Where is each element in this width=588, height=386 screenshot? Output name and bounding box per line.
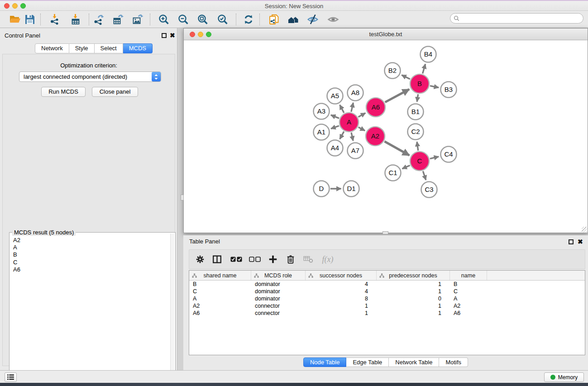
cell-MCDS-role[interactable]: connector — [251, 302, 306, 310]
column-header-successor-nodes[interactable]: successor nodes — [306, 271, 377, 280]
cell-shared-name[interactable]: A2 — [189, 302, 251, 310]
column-view-button[interactable] — [210, 253, 223, 266]
edge-A-A2[interactable] — [359, 127, 365, 131]
search-input[interactable] — [459, 15, 573, 22]
refresh-view-button[interactable] — [240, 12, 257, 27]
export-table-button[interactable] — [110, 12, 126, 27]
edge-A2-C[interactable] — [385, 142, 410, 156]
table-row[interactable]: Adominator80A — [189, 295, 585, 302]
cell-MCDS-role[interactable]: dominator — [251, 295, 306, 302]
node-B[interactable]: B — [410, 74, 429, 93]
tab-style[interactable]: Style — [69, 43, 95, 53]
edge-A-A6[interactable] — [359, 113, 366, 117]
tab-network-table[interactable]: Network Table — [389, 357, 439, 367]
cell-successor-nodes[interactable]: 4 — [306, 288, 377, 295]
cell-predecessor-nodes[interactable]: 0 — [377, 295, 450, 302]
node-A[interactable]: A — [339, 113, 359, 132]
task-history-button[interactable] — [5, 372, 17, 382]
edge-B-B4[interactable] — [423, 64, 425, 74]
tab-network[interactable]: Network — [35, 43, 69, 53]
edge-B-B2[interactable] — [402, 75, 410, 79]
cell-name[interactable]: A — [450, 295, 487, 302]
edge-A-A5[interactable] — [340, 105, 344, 113]
zoom-fit-button[interactable] — [195, 12, 211, 27]
node-D1[interactable]: D1 — [344, 181, 359, 197]
node-A3[interactable]: A3 — [314, 104, 330, 119]
cell-name[interactable]: A6 — [450, 310, 487, 317]
mcds-result-item[interactable]: B — [13, 251, 20, 258]
column-header-shared-name[interactable]: shared name — [189, 271, 251, 280]
edge-A-A7[interactable] — [351, 133, 353, 141]
memory-button[interactable]: Memory — [544, 372, 584, 382]
optimization-dropdown[interactable]: largest connected component (directed) — [19, 71, 161, 82]
cell-MCDS-role[interactable]: dominator — [251, 288, 306, 295]
export-network-button[interactable] — [91, 12, 107, 27]
zoom-selected-button[interactable] — [215, 12, 231, 27]
deselect-all-button[interactable] — [248, 253, 262, 266]
cell-shared-name[interactable]: B — [189, 281, 251, 288]
edge-A6-B[interactable] — [385, 89, 409, 102]
node-C3[interactable]: C3 — [421, 182, 437, 198]
node-A2[interactable]: A2 — [366, 127, 385, 146]
tab-motifs[interactable]: Motifs — [439, 357, 468, 367]
cell-successor-nodes[interactable]: 8 — [306, 295, 377, 302]
import-table-button[interactable] — [67, 12, 84, 27]
node-D[interactable]: D — [314, 181, 330, 197]
cell-shared-name[interactable]: A — [189, 295, 251, 302]
add-column-button[interactable] — [267, 253, 279, 266]
cell-shared-name[interactable]: C — [189, 288, 251, 295]
network-window-titlebar[interactable]: testGlobe.txt — [184, 29, 588, 40]
mcds-result-item[interactable]: C — [13, 259, 20, 266]
node-C[interactable]: C — [410, 152, 429, 171]
cell-successor-nodes[interactable]: 1 — [306, 310, 377, 317]
delete-table-button-disabled[interactable] — [302, 253, 315, 266]
edge-A-A3[interactable] — [331, 115, 339, 118]
tab-mcds[interactable]: MCDS — [123, 43, 153, 53]
cell-predecessor-nodes[interactable]: 1 — [377, 288, 450, 295]
cell-MCDS-role[interactable]: connector — [251, 310, 306, 317]
node-C1[interactable]: C1 — [385, 165, 401, 181]
open-file-button[interactable] — [7, 12, 23, 27]
edge-A-A8[interactable] — [351, 103, 353, 112]
cell-predecessor-nodes[interactable]: 1 — [377, 302, 450, 310]
zoom-in-button[interactable] — [156, 12, 172, 27]
node-A1[interactable]: A1 — [314, 124, 330, 140]
mcds-result-item[interactable]: A — [13, 244, 20, 251]
network-graph[interactable]: AA1A2A3A4A5A6A7A8BB1B2B3B4CC1C2C3C4DD1 — [184, 40, 588, 233]
table-settings-button[interactable] — [194, 253, 206, 266]
node-B2[interactable]: B2 — [385, 63, 401, 79]
cell-name[interactable]: A2 — [450, 302, 487, 310]
select-all-button[interactable] — [229, 253, 244, 266]
cell-successor-nodes[interactable]: 4 — [306, 281, 377, 288]
run-mcds-button[interactable]: Run MCDS — [41, 87, 86, 97]
cell-shared-name[interactable]: A6 — [189, 310, 251, 317]
hide-selected-button[interactable] — [305, 12, 321, 27]
close-panel-button[interactable]: Close panel — [92, 87, 138, 97]
tab-node-table[interactable]: Node Table — [303, 357, 347, 367]
node-B4[interactable]: B4 — [421, 47, 436, 62]
edge-B-B1[interactable] — [417, 94, 418, 101]
import-network-button[interactable] — [47, 12, 63, 27]
vertical-splitter-grip[interactable] — [181, 195, 184, 200]
close-panel-icon[interactable]: ✖ — [170, 33, 175, 38]
node-C4[interactable]: C4 — [441, 147, 457, 162]
mcds-result-item[interactable]: A2 — [13, 237, 20, 244]
column-header-MCDS-role[interactable]: MCDS role — [251, 271, 306, 280]
edge-A-A4[interactable] — [340, 132, 344, 139]
zoom-out-button[interactable] — [175, 12, 191, 27]
node-A7[interactable]: A7 — [348, 143, 363, 159]
float-table-panel-button[interactable] — [569, 239, 574, 244]
cell-MCDS-role[interactable]: dominator — [251, 281, 306, 288]
table-row[interactable]: A2connector11A2 — [189, 302, 585, 310]
tab-select[interactable]: Select — [95, 43, 123, 53]
node-C2[interactable]: C2 — [408, 124, 424, 140]
edge-C-C1[interactable] — [402, 166, 410, 169]
node-A6[interactable]: A6 — [366, 98, 385, 117]
window-resize-grip[interactable] — [582, 227, 587, 232]
save-session-button[interactable] — [22, 12, 38, 27]
clone-network-button[interactable] — [266, 12, 282, 27]
edge-B-B3[interactable] — [430, 86, 439, 88]
function-builder-button-disabled[interactable]: f(x) — [320, 253, 335, 266]
cell-name[interactable]: C — [450, 288, 487, 295]
mcds-result-item[interactable]: A6 — [13, 266, 20, 273]
